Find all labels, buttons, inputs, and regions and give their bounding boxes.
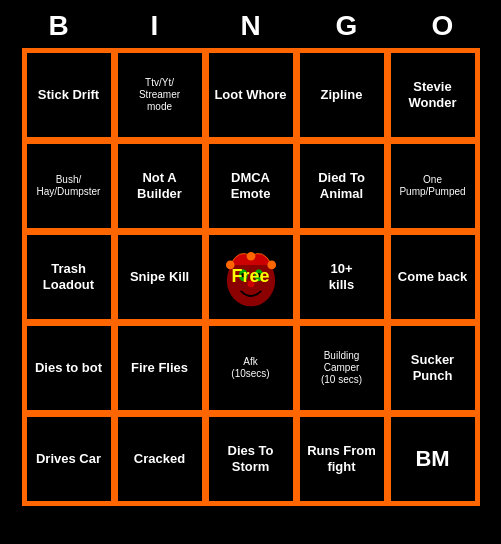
bingo-cell-r0c3[interactable]: Zipline	[298, 51, 386, 139]
bingo-header: BINGO	[11, 0, 491, 48]
bingo-cell-r3c1[interactable]: Fire Flies	[116, 324, 204, 412]
cell-text-r1c4: One Pump/Pumped	[399, 174, 465, 198]
cell-text-r3c4: Sucker Punch	[395, 352, 471, 383]
bingo-cell-r1c2[interactable]: DMCA Emote	[207, 142, 295, 230]
bingo-cell-r3c2[interactable]: Afk (10secs)	[207, 324, 295, 412]
bingo-cell-r4c0[interactable]: Drives Car	[25, 415, 113, 503]
cell-text-r4c2: Dies To Storm	[213, 443, 289, 474]
cell-text-r4c3: Runs From fight	[304, 443, 380, 474]
cell-text-r3c2: Afk (10secs)	[231, 356, 269, 380]
header-letter: B	[15, 10, 103, 42]
bingo-cell-r4c1[interactable]: Cracked	[116, 415, 204, 503]
bingo-cell-r2c2[interactable]: Free	[207, 233, 295, 321]
cell-text-r0c2: Loot Whore	[214, 87, 286, 103]
header-letter: O	[399, 10, 487, 42]
bingo-cell-r1c1[interactable]: Not A Builder	[116, 142, 204, 230]
cell-text-r3c3: Building Camper (10 secs)	[321, 350, 362, 386]
bingo-cell-r2c0[interactable]: Trash Loadout	[25, 233, 113, 321]
header-letter: G	[303, 10, 391, 42]
cell-text-r4c0: Drives Car	[36, 451, 101, 467]
cell-text-r1c2: DMCA Emote	[213, 170, 289, 201]
bingo-cell-r2c1[interactable]: Snipe Kill	[116, 233, 204, 321]
bingo-cell-r0c2[interactable]: Loot Whore	[207, 51, 295, 139]
bingo-cell-r0c1[interactable]: Ttv/Yt/ Streamer mode	[116, 51, 204, 139]
bingo-cell-r0c0[interactable]: Stick Drift	[25, 51, 113, 139]
cell-text-r2c4: Come back	[398, 269, 467, 285]
bingo-cell-r1c0[interactable]: Bush/ Hay/Dumpster	[25, 142, 113, 230]
bingo-cell-r1c3[interactable]: Died To Animal	[298, 142, 386, 230]
bingo-cell-r3c3[interactable]: Building Camper (10 secs)	[298, 324, 386, 412]
bingo-cell-r0c4[interactable]: Stevie Wonder	[389, 51, 477, 139]
cell-text-r0c0: Stick Drift	[38, 87, 99, 103]
cell-text-r1c1: Not A Builder	[122, 170, 198, 201]
header-letter: N	[207, 10, 295, 42]
cell-text-r0c4: Stevie Wonder	[395, 79, 471, 110]
svg-point-8	[246, 252, 255, 261]
cell-text-r1c3: Died To Animal	[304, 170, 380, 201]
bingo-cell-r3c0[interactable]: Dies to bot	[25, 324, 113, 412]
cell-text-r3c1: Fire Flies	[131, 360, 188, 376]
cell-text-r2c3: 10+ kills	[329, 261, 354, 292]
bingo-cell-r4c4[interactable]: BM	[389, 415, 477, 503]
bingo-cell-r2c3[interactable]: 10+ kills	[298, 233, 386, 321]
bingo-cell-r4c3[interactable]: Runs From fight	[298, 415, 386, 503]
bingo-cell-r2c4[interactable]: Come back	[389, 233, 477, 321]
header-letter: I	[111, 10, 199, 42]
bingo-cell-r1c4[interactable]: One Pump/Pumped	[389, 142, 477, 230]
cell-text-r2c0: Trash Loadout	[31, 261, 107, 292]
cell-text-r0c3: Zipline	[321, 87, 363, 103]
free-cell-content: Free	[213, 239, 289, 315]
cell-text-r4c4: BM	[415, 446, 449, 472]
bingo-cell-r3c4[interactable]: Sucker Punch	[389, 324, 477, 412]
bingo-cell-r4c2[interactable]: Dies To Storm	[207, 415, 295, 503]
cell-text-r1c0: Bush/ Hay/Dumpster	[37, 174, 101, 198]
bingo-grid: Stick DriftTtv/Yt/ Streamer modeLoot Who…	[22, 48, 480, 506]
free-label: Free	[231, 266, 269, 288]
cell-text-r4c1: Cracked	[134, 451, 185, 467]
cell-text-r3c0: Dies to bot	[35, 360, 102, 376]
cell-text-r0c1: Ttv/Yt/ Streamer mode	[139, 77, 180, 113]
cell-text-r2c1: Snipe Kill	[130, 269, 189, 285]
